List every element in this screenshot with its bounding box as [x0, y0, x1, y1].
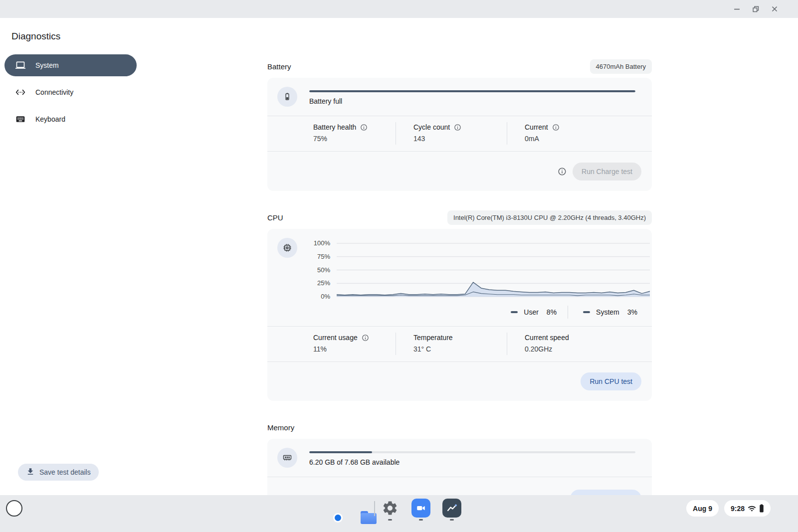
- info-icon[interactable]: [360, 124, 368, 131]
- current-usage-stat: Current usage 11%: [313, 333, 396, 355]
- chrome-app-icon[interactable]: [319, 499, 338, 518]
- memory-ram-icon: [277, 448, 297, 468]
- stat-label: Temperature: [413, 334, 453, 342]
- stat-label: Current usage: [313, 334, 358, 342]
- cpu-actions: Run CPU test: [267, 362, 652, 401]
- app-content: Diagnostics System Connectivity: [0, 18, 798, 495]
- memory-used-fill: [309, 451, 372, 453]
- battery-card: Battery full Battery health 75% Cycle co…: [267, 78, 652, 191]
- clock-label: 9:28: [731, 505, 745, 513]
- user-legend-dash: [511, 311, 518, 313]
- download-icon: [26, 467, 35, 478]
- sidebar-item-label: Keyboard: [35, 115, 65, 123]
- running-app-indicator: [388, 519, 392, 521]
- ethernet-icon: [15, 87, 25, 97]
- launcher-button[interactable]: [6, 500, 22, 517]
- battery-level-bar: [309, 90, 635, 92]
- sidebar-item-connectivity[interactable]: Connectivity: [4, 81, 137, 103]
- legend-divider: [568, 306, 568, 319]
- info-icon[interactable]: [362, 334, 369, 342]
- cpu-chart-ylabels: 100%75%50%25%0%: [309, 243, 330, 297]
- shelf: Aug 9 9:28: [0, 495, 798, 532]
- stat-value: 143: [413, 135, 507, 145]
- battery-icon: [759, 504, 764, 513]
- settings-app-icon[interactable]: [382, 500, 399, 517]
- memory-actions: Run Memory test: [267, 477, 652, 495]
- page-title: Diagnostics: [11, 31, 267, 42]
- cpu-chip-icon: [277, 238, 297, 258]
- memory-usage-bar: [309, 451, 635, 453]
- restore-icon: [753, 6, 759, 12]
- video-camera-icon: [411, 499, 430, 518]
- stat-value: 0mA: [525, 135, 640, 145]
- cpu-info-chip: Intel(R) Core(TM) i3-8130U CPU @ 2.20GHz…: [447, 210, 652, 225]
- diagnostics-app-window: Diagnostics System Connectivity: [0, 0, 798, 532]
- system-tray[interactable]: 9:28: [724, 500, 771, 517]
- close-button[interactable]: [771, 5, 778, 12]
- stat-label: Current: [525, 123, 548, 131]
- memory-section: Memory: [267, 420, 652, 495]
- info-icon[interactable]: [558, 167, 567, 176]
- info-icon[interactable]: [454, 124, 461, 131]
- user-legend-label: User: [524, 308, 539, 316]
- stat-label: Cycle count: [413, 123, 450, 131]
- cpu-chart-ytick: 75%: [317, 252, 330, 261]
- sidebar: System Connectivity Keyboard: [4, 54, 137, 130]
- running-app-indicator: [450, 519, 454, 521]
- info-icon[interactable]: [552, 124, 560, 131]
- save-test-details-button[interactable]: Save test details: [18, 464, 99, 481]
- cpu-usage-plot: [337, 243, 650, 297]
- left-panel: Diagnostics System Connectivity: [0, 18, 267, 495]
- battery-level-fill: [309, 90, 635, 92]
- shelf-separator: [374, 501, 375, 516]
- battery-health-stat: Battery health 75%: [313, 122, 396, 145]
- status-area: Aug 9 9:28: [686, 500, 771, 517]
- line-chart-icon: [442, 499, 461, 518]
- shelf-apps: [315, 497, 465, 521]
- cpu-card: 100%75%50%25%0% User 8% System 3%: [267, 229, 652, 401]
- battery-section: Battery 4670mAh Battery: [267, 59, 652, 191]
- cpu-chart-ytick: 50%: [317, 266, 330, 275]
- cpu-section: CPU Intel(R) Core(TM) i3-8130U CPU @ 2.2…: [267, 210, 652, 401]
- minimize-icon: [734, 6, 740, 12]
- memory-status-text: 6.20 GB of 7.68 GB available: [309, 458, 635, 466]
- running-app-indicator: [419, 519, 423, 521]
- main-panel: Battery 4670mAh Battery: [267, 18, 652, 495]
- battery-stats: Battery health 75% Cycle count 143: [267, 116, 652, 151]
- cpu-chart-ytick: 0%: [321, 292, 330, 301]
- run-memory-test-button[interactable]: Run Memory test: [570, 490, 641, 495]
- close-icon: [772, 6, 778, 12]
- sidebar-item-label: Connectivity: [35, 88, 73, 96]
- battery-info-chip: 4670mAh Battery: [590, 59, 652, 74]
- stat-label: Battery health: [313, 123, 356, 131]
- gear-icon: [382, 500, 399, 517]
- maximize-button[interactable]: [752, 5, 759, 12]
- battery-section-title: Battery: [267, 62, 291, 71]
- cpu-chart-ytick: 100%: [314, 239, 330, 248]
- run-cpu-test-button[interactable]: Run CPU test: [581, 372, 641, 390]
- sidebar-item-system[interactable]: System: [4, 54, 137, 76]
- stat-value: 75%: [313, 135, 396, 145]
- memory-section-title: Memory: [267, 423, 294, 432]
- cpu-section-title: CPU: [267, 213, 283, 222]
- sidebar-item-keyboard[interactable]: Keyboard: [4, 108, 137, 130]
- cpu-chart-ytick: 25%: [317, 279, 330, 288]
- memory-card: 6.20 GB of 7.68 GB available Run Memory …: [267, 439, 652, 495]
- window-titlebar: [0, 0, 798, 18]
- save-test-details-label: Save test details: [39, 468, 91, 476]
- minimize-button[interactable]: [733, 5, 740, 12]
- date-chip[interactable]: Aug 9: [686, 500, 719, 517]
- battery-actions: Run Charge test: [267, 152, 652, 191]
- wifi-icon: [748, 505, 756, 512]
- screencast-app-icon[interactable]: [411, 499, 430, 518]
- files-app-icon[interactable]: [350, 499, 369, 518]
- battery-status-text: Battery full: [309, 97, 635, 105]
- monitoring-app-icon[interactable]: [442, 499, 461, 518]
- date-label: Aug 9: [693, 505, 712, 513]
- current-stat: Current 0mA: [507, 122, 640, 145]
- cycle-count-stat: Cycle count 143: [396, 122, 507, 145]
- run-charge-test-button[interactable]: Run Charge test: [573, 163, 641, 180]
- user-legend-value: 8%: [547, 308, 557, 316]
- current-speed-stat: Current speed 0.20GHz: [507, 333, 640, 355]
- system-legend-dash: [583, 311, 590, 313]
